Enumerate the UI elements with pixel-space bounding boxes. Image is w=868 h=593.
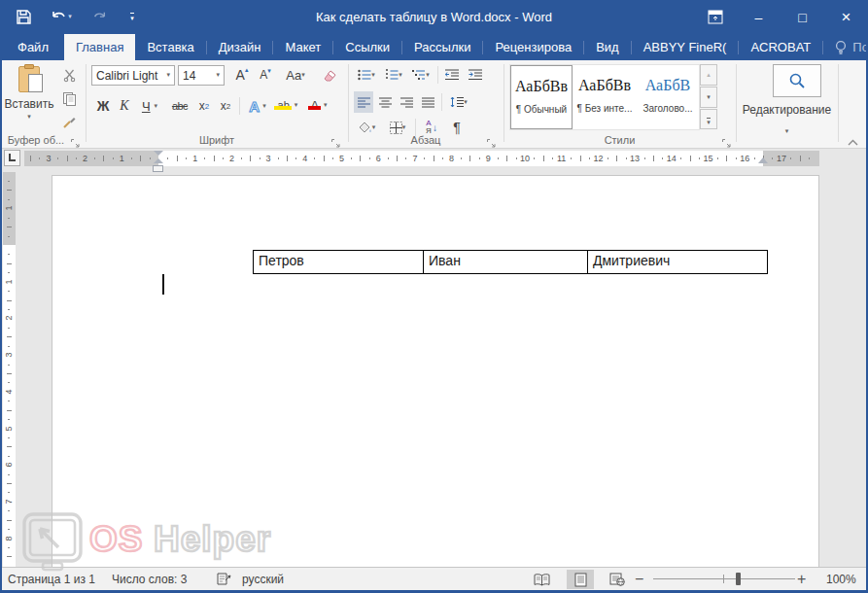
ribbon-tab-1[interactable]: Главная [64,34,135,60]
find-button[interactable] [773,64,821,97]
ruler-tick [424,157,425,159]
shrink-font-button[interactable]: A▾ [255,64,276,86]
minimize-button[interactable]: – [737,0,781,34]
font-color-button[interactable]: А▾ [305,93,332,117]
help-assistant-button[interactable]: Помощн [823,34,868,60]
ribbon-display-options-icon[interactable] [693,0,737,34]
ruler-tick [653,156,654,161]
superscript-button[interactable]: x2 [216,95,235,117]
language-status[interactable]: русский [242,568,284,590]
bold-button[interactable]: Ж [93,95,113,117]
tab-file[interactable]: Файл [2,34,64,60]
collapse-ribbon-button[interactable] [838,132,867,150]
align-left-button[interactable] [354,91,373,113]
ribbon-tab-5[interactable]: Ссылки [333,34,401,60]
change-case-button[interactable]: Aa▾ [282,64,309,86]
underline-button[interactable]: Ч▾ [136,95,163,117]
styles-scroll-down-button[interactable]: ▾ [700,87,717,108]
table-cell[interactable]: Дмитриевич [588,251,767,273]
chevron-down-icon: ▾ [216,72,220,79]
ruler-tick [461,157,462,159]
subscript-button[interactable]: x2 [194,95,214,117]
ribbon-tab-4[interactable]: Макет [273,34,332,60]
justify-button[interactable] [418,91,437,113]
format-painter-button[interactable] [58,111,80,132]
style-card-2[interactable]: АаБбВв¶ Без инте... [573,65,636,129]
decrease-indent-button[interactable] [441,64,463,86]
word-count-status[interactable]: Число слов: 3 [112,568,187,590]
numbering-button[interactable]: ▾ [381,64,406,86]
right-indent-marker[interactable] [758,157,768,163]
ribbon-tab-2[interactable]: Вставка [135,34,205,60]
zoom-slider-track[interactable] [653,578,795,579]
bullets-button[interactable]: ▾ [354,64,379,86]
style-card-1[interactable]: АаБбВв¶ Обычный [510,65,573,129]
ribbon-tab-7[interactable]: Рецензирова [483,34,583,60]
ruler-tick [8,328,10,329]
ribbon-tab-3[interactable]: Дизайн [207,34,273,60]
ruler-tick [8,346,10,347]
zoom-out-button[interactable]: − [635,568,643,590]
ribbon-tab-10[interactable]: ACROBAT [739,34,822,60]
ribbon: Вставить ▾ Буфер об... Calibri Light ▾ [0,60,868,149]
table-cell[interactable]: Петров [254,251,424,273]
ruler-tick [8,291,10,292]
left-indent-marker[interactable] [153,165,163,172]
paragraph-dialog-launcher[interactable] [486,135,498,147]
ribbon-tab-8[interactable]: Вид [584,34,631,60]
line-spacing-button[interactable]: ▾ [445,91,472,113]
editing-group-label[interactable]: Редактирование [736,103,838,117]
document-page[interactable]: ПетровИванДмитриевич [52,175,819,567]
text-effects-button[interactable]: А▾ [245,95,270,117]
save-icon[interactable] [14,8,33,27]
grow-font-button[interactable]: A▴ [231,64,253,86]
font-size-combo[interactable]: 14 ▾ [178,65,225,86]
align-right-button[interactable] [397,91,416,113]
vertical-ruler[interactable]: 112345678 [3,172,16,567]
styles-scroll-up-button[interactable]: ▴ [700,64,717,86]
highlight-color-button[interactable]: ab▾ [274,93,301,117]
table-cell[interactable]: Иван [424,251,588,273]
ruler-number: 15 [703,152,712,165]
proofing-status-icon[interactable] [216,568,231,590]
copy-button[interactable] [58,87,80,109]
read-mode-button[interactable] [528,570,555,589]
maximize-button[interactable]: □ [781,0,824,34]
strikethrough-button[interactable]: abc [167,95,192,117]
clipboard-dialog-launcher[interactable] [70,135,82,147]
tab-selector[interactable] [4,150,20,166]
styles-dialog-launcher[interactable] [721,135,733,147]
zoom-level-label[interactable]: 100% [826,568,856,590]
first-line-indent-marker[interactable] [154,151,163,156]
ruler-number: 14 [667,152,677,165]
styles-more-button[interactable]: ▾ [700,109,717,129]
ribbon-tab-6[interactable]: Рассылки [402,34,482,60]
close-button[interactable]: × [824,0,868,34]
ruler-tick [498,157,499,159]
ruler-number: 3 [266,152,271,165]
ruler-tick [772,157,773,159]
ruler-tick [580,156,581,161]
font-dialog-launcher[interactable] [330,135,342,147]
ribbon-tab-9[interactable]: ABBYY FineR( [632,34,739,60]
increase-indent-button[interactable] [465,64,486,86]
page-number-status[interactable]: Страница 1 из 1 [8,568,95,590]
clear-formatting-button[interactable] [319,64,342,86]
zoom-in-button[interactable]: + [797,568,806,590]
cut-button[interactable] [58,64,80,86]
hanging-indent-marker[interactable] [154,158,163,163]
customize-qat-button[interactable]: ▾ [122,8,142,27]
ruler-tick [103,156,104,161]
italic-button[interactable]: К [115,95,134,117]
horizontal-ruler[interactable]: 3211234567891011121314151617 [24,151,819,166]
paste-button[interactable]: Вставить ▾ [4,62,54,134]
multilevel-list-button[interactable]: ▾ [408,64,434,86]
print-layout-button[interactable] [567,570,594,589]
align-center-button[interactable] [375,91,395,113]
ruler-number: 11 [557,152,566,165]
web-layout-button[interactable] [604,570,631,589]
undo-button[interactable]: ▾ [47,8,76,27]
font-name-combo[interactable]: Calibri Light ▾ [91,65,175,86]
style-card-3[interactable]: АаБбВЗаголово... [637,65,699,129]
zoom-slider-handle[interactable] [736,573,741,585]
